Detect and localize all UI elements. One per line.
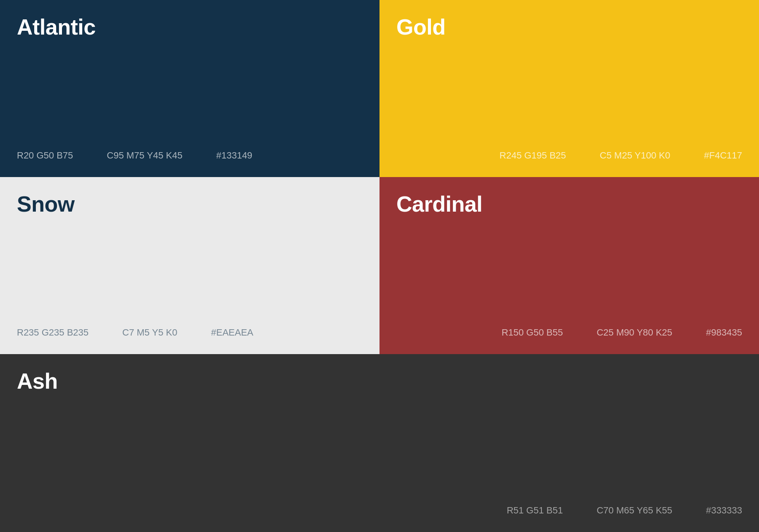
ash-values: R51 G51 B51 C70 M65 Y65 K55 #333333 bbox=[507, 505, 742, 516]
cell-snow: Snow R235 G235 B235 C7 M5 Y5 K0 #EAEAEA bbox=[0, 177, 380, 354]
cardinal-hex: #983435 bbox=[706, 327, 742, 338]
cell-gold: Gold R245 G195 B25 C5 M25 Y100 K0 #F4C11… bbox=[380, 0, 759, 177]
gold-values: R245 G195 B25 C5 M25 Y100 K0 #F4C117 bbox=[500, 150, 742, 161]
ash-name: Ash bbox=[17, 369, 58, 393]
atlantic-hex: #133149 bbox=[216, 150, 253, 161]
ash-hex: #333333 bbox=[706, 505, 742, 516]
snow-values: R235 G235 B235 C7 M5 Y5 K0 #EAEAEA bbox=[17, 327, 253, 338]
ash-cmyk: C70 M65 Y65 K55 bbox=[597, 505, 672, 516]
cardinal-name: Cardinal bbox=[396, 192, 482, 216]
atlantic-rgb: R20 G50 B75 bbox=[17, 150, 73, 161]
cardinal-values: R150 G50 B55 C25 M90 Y80 K25 #983435 bbox=[501, 327, 742, 338]
snow-rgb: R235 G235 B235 bbox=[17, 327, 89, 338]
cardinal-cmyk: C25 M90 Y80 K25 bbox=[597, 327, 672, 338]
gold-name: Gold bbox=[396, 15, 445, 39]
snow-cmyk: C7 M5 Y5 K0 bbox=[122, 327, 177, 338]
gold-hex: #F4C117 bbox=[704, 150, 742, 161]
atlantic-values: R20 G50 B75 C95 M75 Y45 K45 #133149 bbox=[17, 150, 252, 161]
gold-cmyk: C5 M25 Y100 K0 bbox=[600, 150, 670, 161]
atlantic-cmyk: C95 M75 Y45 K45 bbox=[107, 150, 182, 161]
cell-cardinal: Cardinal R150 G50 B55 C25 M90 Y80 K25 #9… bbox=[380, 177, 759, 354]
cardinal-rgb: R150 G50 B55 bbox=[501, 327, 563, 338]
cell-ash: Ash R51 G51 B51 C70 M65 Y65 K55 #333333 bbox=[0, 354, 759, 532]
color-palette-grid: Atlantic R20 G50 B75 C95 M75 Y45 K45 #13… bbox=[0, 0, 759, 532]
cell-atlantic: Atlantic R20 G50 B75 C95 M75 Y45 K45 #13… bbox=[0, 0, 380, 177]
atlantic-name: Atlantic bbox=[17, 15, 96, 39]
snow-name: Snow bbox=[17, 192, 75, 216]
gold-rgb: R245 G195 B25 bbox=[500, 150, 566, 161]
snow-hex: #EAEAEA bbox=[211, 327, 253, 338]
ash-rgb: R51 G51 B51 bbox=[507, 505, 563, 516]
